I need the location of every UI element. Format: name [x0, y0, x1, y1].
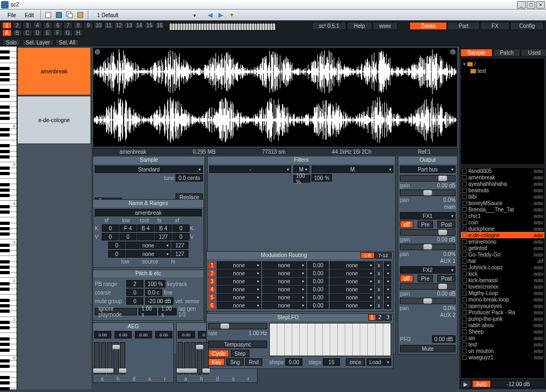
- aeg-slider[interactable]: [113, 342, 119, 374]
- layer-letter-C[interactable]: C: [22, 29, 32, 36]
- aeg-value[interactable]: 0.00: [155, 331, 172, 338]
- pb-pct-value[interactable]: 100 %: [145, 280, 165, 288]
- mod-x-button[interactable]: x: [375, 285, 383, 293]
- file-row[interactable]: Sheep.wav: [461, 328, 544, 335]
- mod-x-button[interactable]: x: [375, 277, 383, 285]
- zone-name-field[interactable]: amenbreak: [95, 209, 202, 216]
- layer-letter-G[interactable]: G: [63, 29, 73, 36]
- menu-edit[interactable]: Edit: [20, 11, 38, 19]
- mod-dst-dropdown[interactable]: none: [262, 269, 307, 277]
- mod-dst-dropdown[interactable]: none: [262, 301, 307, 309]
- mod-via-dropdown[interactable]: none: [330, 277, 374, 285]
- filter-m-dropdown[interactable]: M: [293, 165, 309, 173]
- browser-tab-used[interactable]: Used: [521, 49, 546, 57]
- waveform-display[interactable]: S E: [93, 48, 457, 147]
- midi-keyboard[interactable]: [169, 23, 276, 31]
- vel-range-cell[interactable]: 0: [102, 233, 119, 240]
- help-button[interactable]: Help: [347, 22, 372, 30]
- key-range-cell[interactable]: B 4: [137, 224, 154, 232]
- step-button[interactable]: Step: [231, 350, 249, 357]
- copy-icon[interactable]: [65, 11, 74, 19]
- fx1-off-button[interactable]: off: [400, 221, 413, 228]
- file-row[interactable]: openyoureyes.wav: [461, 303, 544, 309]
- file-list[interactable]: 4snd0005.wavamenbreak.wavayeahahhahaha.w…: [460, 167, 545, 379]
- www-button[interactable]: www: [373, 22, 398, 30]
- pan-slider[interactable]: [400, 190, 456, 196]
- layer-num-9[interactable]: 9: [84, 22, 93, 29]
- fx1-dropdown[interactable]: FX1: [400, 212, 456, 220]
- tab-part[interactable]: Part: [448, 22, 480, 30]
- mod-x-button[interactable]: x: [375, 301, 383, 309]
- lfo-tab-3[interactable]: 3: [384, 314, 392, 321]
- tune-value[interactable]: 0.0 cents: [176, 174, 203, 182]
- file-row[interactable]: Go-Teddy-Go.wav: [461, 251, 544, 258]
- key-range-cell[interactable]: 0: [102, 224, 119, 232]
- cycle-button[interactable]: Cycle: [208, 350, 229, 357]
- file-row[interactable]: eminemono.wav: [461, 238, 544, 245]
- layer-letter-H[interactable]: H: [73, 29, 83, 36]
- mod-dst-dropdown[interactable]: none: [262, 261, 307, 269]
- tab-config[interactable]: Config: [510, 22, 544, 30]
- mod-src-dropdown[interactable]: none: [217, 285, 261, 293]
- pb-range-value[interactable]: 2: [126, 280, 143, 288]
- aeg-value[interactable]: 0.00: [94, 331, 111, 338]
- modrouting-tab-1-6[interactable]: 1-6: [360, 252, 375, 259]
- file-row[interactable]: mono-break-loop.wav: [461, 296, 544, 303]
- menu-file[interactable]: File: [3, 11, 20, 19]
- key-range-cell[interactable]: 0: [172, 224, 189, 232]
- file-row[interactable]: 4snd0005.wav: [461, 168, 544, 174]
- layer-num-13[interactable]: 13: [124, 22, 134, 29]
- layer-letter-F[interactable]: F: [53, 29, 63, 36]
- file-row[interactable]: kick.wav: [461, 270, 544, 277]
- mod-via-dropdown[interactable]: none: [330, 261, 374, 269]
- steplfo-grid[interactable]: [269, 323, 391, 356]
- aeg-slider[interactable]: [120, 342, 125, 374]
- fx2-pan-slider[interactable]: [400, 298, 456, 304]
- mod-amt-value[interactable]: 0.00: [307, 293, 329, 301]
- mod-extra-dropdown[interactable]: [384, 261, 391, 269]
- layer-letter-A[interactable]: A: [2, 29, 12, 36]
- file-row[interactable]: kick-benassi.wav: [461, 277, 544, 283]
- key-range-cell[interactable]: B 4: [155, 224, 172, 232]
- start-marker-icon[interactable]: S: [95, 49, 100, 55]
- mod-extra-dropdown[interactable]: [384, 301, 391, 309]
- file-row[interactable]: Migthy-Loop.wav: [461, 290, 544, 296]
- solo-button[interactable]: Solo: [2, 39, 20, 46]
- filter-pct1[interactable]: 100 %: [293, 175, 310, 183]
- mod-via-dropdown[interactable]: none: [330, 269, 374, 277]
- browser-tab-sample[interactable]: Sample: [460, 49, 492, 57]
- file-row[interactable]: duckphone.wav: [461, 225, 544, 232]
- mod-amt-value[interactable]: 0.00: [307, 277, 329, 285]
- mod-extra-dropdown[interactable]: [384, 269, 391, 277]
- close-button[interactable]: ×: [536, 1, 545, 9]
- mod-via-dropdown[interactable]: none: [330, 301, 374, 309]
- file-row[interactable]: chic1.wav: [461, 213, 544, 219]
- file-row[interactable]: wiseguyz1.wav: [461, 354, 544, 360]
- fx2-post-button[interactable]: Post: [437, 275, 456, 282]
- mute-button[interactable]: Mute: [400, 345, 456, 352]
- preview-play-button[interactable]: ▶: [460, 380, 471, 388]
- tab-fx[interactable]: FX: [480, 22, 510, 30]
- layer-num-4[interactable]: 4: [33, 22, 42, 29]
- ignore-playmode-button[interactable]: ignore playmode: [95, 308, 137, 315]
- end-marker-icon[interactable]: E: [450, 49, 456, 55]
- new-icon[interactable]: [44, 11, 52, 19]
- load-dropdown[interactable]: Load: [367, 358, 391, 366]
- file-row[interactable]: pump-the-junk.wav: [461, 315, 544, 322]
- eg2-slider[interactable]: [197, 342, 202, 374]
- lfo-tab-2[interactable]: 2: [376, 314, 384, 321]
- file-row[interactable]: test.wav: [461, 341, 544, 348]
- temposync-button[interactable]: Temposync: [208, 341, 267, 348]
- mod-dst-dropdown[interactable]: none: [262, 285, 307, 293]
- file-row[interactable]: rabih abou.wav: [461, 322, 544, 328]
- lfo-tab-1[interactable]: 1: [368, 314, 376, 321]
- mod-src-dropdown[interactable]: none: [217, 261, 261, 269]
- mod-src-dropdown[interactable]: none: [217, 277, 261, 285]
- paste-icon[interactable]: [76, 11, 85, 19]
- filter-pct2[interactable]: 100 %: [312, 174, 332, 182]
- zone-item[interactable]: e-de-cologne: [17, 96, 91, 144]
- browser-tab-patch[interactable]: Patch: [493, 49, 521, 57]
- file-row[interactable]: amenbreak.wav: [461, 174, 544, 180]
- rnd-button[interactable]: Rnd: [245, 358, 262, 366]
- mod-extra-dropdown[interactable]: [384, 277, 391, 285]
